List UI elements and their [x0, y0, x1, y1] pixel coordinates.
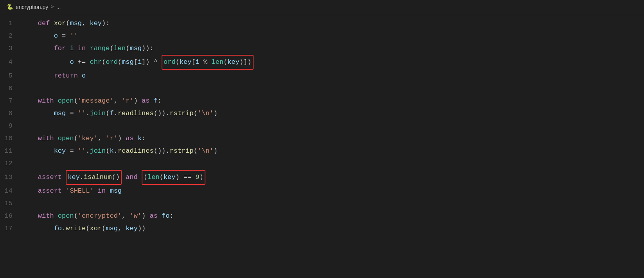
token: ( [126, 42, 130, 55]
token: key [180, 58, 192, 66]
token: '' [78, 145, 86, 157]
token: ) [200, 173, 203, 181]
token: ( [74, 210, 78, 222]
token: f [154, 95, 158, 107]
token: i [70, 42, 77, 55]
line-content: with open('encrypted', 'w') as fo: [22, 210, 644, 222]
token: assert [38, 171, 66, 184]
token: : [170, 210, 174, 222]
line-number: 7 [0, 95, 22, 107]
token: and [126, 171, 142, 184]
line-content: def xor(msg, key): [22, 17, 644, 30]
token [22, 42, 54, 55]
token: 'encrypted' [78, 210, 122, 222]
code-line: 10 with open('key', 'r') as k: [0, 132, 644, 145]
code-line: 6 [0, 82, 644, 95]
token: msg [130, 42, 142, 55]
line-number: 11 [0, 145, 22, 157]
token: ) [142, 210, 149, 222]
token: ( [194, 107, 198, 120]
token: o [70, 56, 74, 69]
token: ) [134, 95, 142, 107]
token: : [142, 132, 146, 145]
token: as [142, 95, 154, 107]
token: ( [106, 145, 110, 157]
token: len [114, 42, 126, 55]
code-line: 11 key = ''.join(k.readlines()).rstrip('… [0, 145, 644, 157]
token: = [66, 107, 78, 120]
token: ) [118, 132, 126, 145]
token: 'SHELL' [66, 185, 94, 197]
token: [ [134, 56, 138, 69]
token: readlines [118, 107, 154, 120]
token: ( [102, 222, 106, 235]
token: f [110, 107, 113, 120]
token: as [126, 132, 138, 145]
token: ) ^ [146, 56, 162, 69]
token: rstrip [170, 107, 194, 120]
code-line: 17 fo.write(xor(msg, key)) [0, 222, 644, 235]
python-icon: 🐍 [6, 4, 13, 11]
token: ( [102, 56, 106, 69]
token: )): [142, 42, 154, 55]
token: )]) [239, 58, 252, 66]
token: in [98, 185, 110, 197]
token: o [82, 70, 86, 82]
line-number: 15 [0, 197, 22, 210]
token: o [54, 30, 58, 42]
token [22, 30, 54, 42]
token: as [149, 210, 162, 222]
line-number: 10 [0, 132, 22, 145]
token: for [54, 42, 70, 55]
token: key [126, 222, 138, 235]
token: . [86, 107, 90, 120]
token: open [58, 95, 74, 107]
token: ( [118, 56, 122, 69]
line-number: 2 [0, 30, 22, 42]
token: ) [214, 145, 218, 157]
token: msg [110, 185, 122, 197]
token: = [66, 145, 78, 157]
token: ()). [154, 107, 170, 120]
token: key [227, 58, 239, 66]
line-number: 5 [0, 70, 22, 82]
token: xor [90, 222, 102, 235]
token: 'r' [106, 132, 118, 145]
token: key [68, 173, 80, 181]
line-content: assert 'SHELL' in msg [22, 185, 644, 197]
token: with [38, 132, 58, 145]
code-line: 3 for i in range(len(msg)): [0, 42, 644, 55]
line-content: key = ''.join(k.readlines()).rstrip('\n'… [22, 145, 644, 157]
token: isalnum [84, 173, 112, 181]
token: : [158, 95, 162, 107]
code-line: 8 msg = ''.join(f.readlines()).rstrip('\… [0, 107, 644, 120]
token: with [38, 210, 58, 222]
token: ] [142, 56, 146, 69]
token: ( [223, 58, 227, 66]
line-content: o += chr(ord(msg[i]) ^ ord(key[i % len(k… [22, 55, 644, 70]
token: k [138, 132, 142, 145]
token: assert [38, 185, 66, 197]
title-bar: 🐍 encryption.py > ... [0, 0, 644, 14]
token: 'r' [122, 95, 134, 107]
token: ( [194, 145, 198, 157]
token: rstrip [170, 145, 194, 157]
token: xor [54, 17, 66, 30]
token: chr [90, 56, 102, 69]
line-number: 1 [0, 17, 22, 30]
token: '\n' [198, 107, 214, 120]
token: 'w' [130, 210, 142, 222]
token: with [38, 95, 58, 107]
token [22, 56, 70, 69]
code-editor: 1 def xor(msg, key):2 o = ''3 for i in r… [0, 14, 644, 278]
token [22, 171, 38, 184]
token: def [38, 17, 54, 30]
line-number: 12 [0, 157, 22, 170]
token [22, 222, 54, 235]
token: ( [86, 222, 90, 235]
token: join [90, 145, 106, 157]
token: readlines [118, 145, 154, 157]
token: key [90, 17, 102, 30]
line-number: 14 [0, 185, 22, 197]
code-line: 16 with open('encrypted', 'w') as fo: [0, 210, 644, 222]
